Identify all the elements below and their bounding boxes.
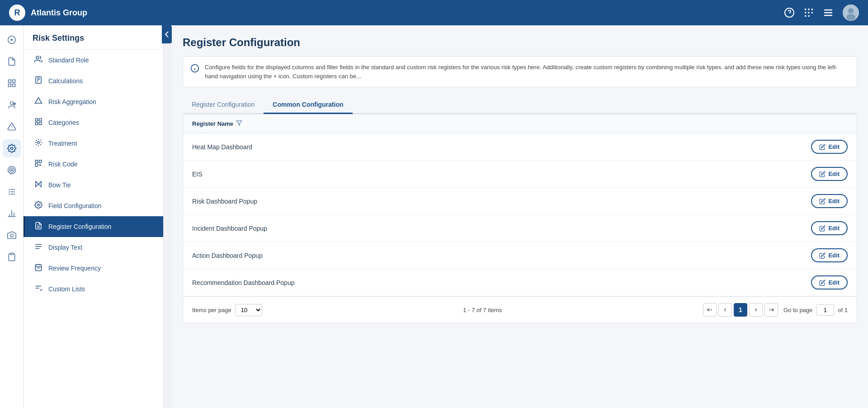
register-configuration-icon <box>34 222 43 232</box>
svg-point-2 <box>805 9 807 10</box>
svg-point-28 <box>9 168 14 172</box>
tab-register-config[interactable]: Register Configuration <box>183 96 264 114</box>
company-name: Atlantis Group <box>31 8 87 18</box>
page-range-info: 1 - 7 of 7 items <box>268 307 698 313</box>
icon-plus[interactable] <box>3 31 21 49</box>
info-box: Configure fields for the displayed colum… <box>183 56 857 87</box>
table-header: Register Name <box>183 114 857 133</box>
svg-rect-21 <box>8 84 11 87</box>
svg-point-8 <box>805 15 807 17</box>
sidebar-item-risk-code[interactable]: Risk Code <box>24 154 163 175</box>
last-page-button[interactable] <box>764 303 778 317</box>
edit-risk-dashboard-popup-button[interactable]: Edit <box>811 194 848 208</box>
review-frequency-icon <box>34 263 43 273</box>
svg-point-14 <box>848 8 854 14</box>
sidebar-item-review-frequency[interactable]: Review Frequency <box>24 258 163 279</box>
svg-point-23 <box>10 102 13 105</box>
sidebar-item-risk-aggregation[interactable]: Risk Aggregation <box>24 91 163 112</box>
svg-rect-51 <box>35 160 38 162</box>
items-per-page: Items per page 10 25 50 100 <box>192 304 262 316</box>
svg-point-4 <box>811 9 813 10</box>
icon-settings[interactable] <box>3 139 21 157</box>
icon-checklist[interactable] <box>3 183 21 201</box>
svg-rect-49 <box>39 123 42 125</box>
sidebar-item-register-configuration[interactable]: Register Configuration <box>24 216 163 237</box>
collapse-sidebar-button[interactable] <box>162 25 172 43</box>
goto-page: Go to page of 1 <box>783 304 848 316</box>
pagination-controls: 1 <box>703 303 778 317</box>
sidebar-item-treatment[interactable]: Treatment <box>24 133 163 154</box>
next-page-button[interactable] <box>749 303 763 317</box>
risk-aggregation-icon <box>34 97 43 107</box>
icon-camera[interactable] <box>3 226 21 244</box>
sidebar-item-calculations[interactable]: Calculations <box>24 71 163 91</box>
sidebar-item-categories[interactable]: Categories <box>24 112 163 133</box>
sidebar-title: Risk Settings <box>24 25 163 50</box>
icon-document[interactable] <box>3 52 21 71</box>
edit-heat-map-dashboard-button[interactable]: Edit <box>811 140 848 154</box>
table-row: Risk Dashboard Popup Edit <box>183 188 857 215</box>
sidebar-item-field-configuration[interactable]: Field Configuration <box>24 195 163 216</box>
svg-point-15 <box>846 14 855 20</box>
field-configuration-icon <box>34 201 43 211</box>
sidebar-item-bow-tie[interactable]: Bow Tie <box>24 175 163 195</box>
table-row: Recommendation Dashboard Popup Edit <box>183 269 857 296</box>
svg-point-9 <box>808 15 810 17</box>
icon-grid[interactable] <box>3 74 21 92</box>
svg-marker-45 <box>35 98 42 104</box>
icon-user-edit[interactable] <box>3 96 21 114</box>
tab-common-config[interactable]: Common Configuration <box>264 96 352 114</box>
bow-tie-icon <box>34 180 43 190</box>
filter-icon[interactable] <box>236 120 242 128</box>
svg-rect-53 <box>35 164 38 166</box>
svg-rect-47 <box>39 119 42 121</box>
table-row: Action Dashboard Popup Edit <box>183 242 857 269</box>
svg-point-39 <box>36 56 39 59</box>
info-icon <box>190 64 199 81</box>
svg-marker-72 <box>236 121 242 126</box>
icon-clipboard[interactable] <box>3 248 21 266</box>
edit-incident-dashboard-popup-button[interactable]: Edit <box>811 221 848 235</box>
risk-code-icon <box>34 159 43 169</box>
icon-bar <box>0 25 24 408</box>
page-title: Register Configuration <box>183 36 857 49</box>
help-icon[interactable] <box>784 7 795 18</box>
items-per-page-select[interactable]: 10 25 50 100 <box>235 304 262 316</box>
categories-icon <box>34 118 43 128</box>
svg-point-27 <box>8 166 15 174</box>
page-1-button[interactable]: 1 <box>734 303 747 317</box>
calculations-icon <box>34 76 43 86</box>
icon-bar-chart[interactable] <box>3 204 21 223</box>
svg-rect-20 <box>12 80 15 83</box>
sidebar: Risk Settings Standard Role Calculations <box>24 25 164 408</box>
top-header: R Atlantis Group <box>0 0 868 25</box>
table-row: Heat Map Dashboard Edit <box>183 133 857 161</box>
svg-point-50 <box>38 142 40 144</box>
sidebar-item-custom-lists[interactable]: Custom Lists <box>24 279 163 299</box>
pagination-bar: Items per page 10 25 50 100 1 - 7 of 7 i… <box>183 296 857 323</box>
menu-icon[interactable] <box>823 7 834 18</box>
sidebar-item-standard-role[interactable]: Standard Role <box>24 50 163 71</box>
icon-target[interactable] <box>3 161 21 179</box>
sidebar-item-display-text[interactable]: Display Text <box>24 237 163 258</box>
user-avatar[interactable] <box>843 5 859 21</box>
display-text-icon <box>34 242 43 252</box>
svg-rect-19 <box>8 80 11 83</box>
icon-warning[interactable] <box>3 118 21 136</box>
goto-page-input[interactable] <box>816 304 834 316</box>
treatment-icon <box>34 138 43 148</box>
first-page-button[interactable] <box>703 303 717 317</box>
edit-action-dashboard-popup-button[interactable]: Edit <box>811 248 848 262</box>
svg-point-26 <box>10 147 13 150</box>
apps-icon[interactable] <box>804 8 814 18</box>
svg-point-5 <box>805 12 807 14</box>
svg-point-6 <box>808 12 810 14</box>
tabs-container: Register Configuration Common Configurat… <box>183 96 857 114</box>
svg-point-56 <box>38 204 40 206</box>
svg-rect-22 <box>12 84 15 87</box>
table-row: Incident Dashboard Popup Edit <box>183 215 857 242</box>
edit-eis-button[interactable]: Edit <box>811 167 848 181</box>
prev-page-button[interactable] <box>718 303 732 317</box>
edit-recommendation-dashboard-popup-button[interactable]: Edit <box>811 275 848 289</box>
svg-rect-52 <box>39 160 42 162</box>
